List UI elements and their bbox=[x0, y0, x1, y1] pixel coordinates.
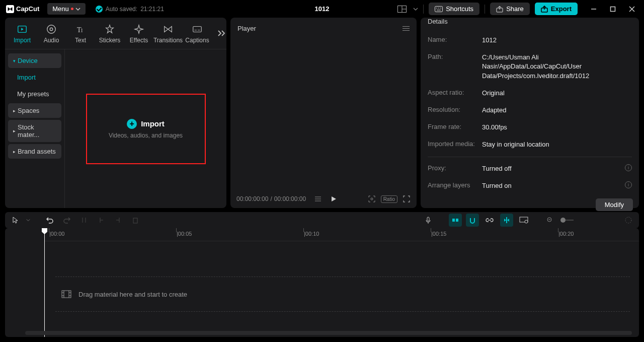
link-icon[interactable] bbox=[483, 214, 496, 227]
sidebar-item-presets[interactable]: My presets bbox=[8, 87, 61, 101]
export-button[interactable]: Export bbox=[535, 3, 578, 15]
import-icon bbox=[17, 24, 28, 35]
caret-down-icon: ▾ bbox=[13, 58, 16, 63]
details-panel: Details Name:1012 Path:C:/Users/Usman Al… bbox=[421, 18, 639, 208]
magnet-track-icon[interactable] bbox=[466, 214, 479, 227]
info-icon[interactable]: i bbox=[625, 181, 632, 188]
player-panel: Player 00:00:00:00 / 00:00:00:00 Ratio bbox=[230, 18, 417, 208]
timeline[interactable]: |00:00 |00:05 |00:10 |00:15 |00:20 Drag … bbox=[5, 228, 639, 337]
close-button[interactable] bbox=[626, 3, 638, 15]
chevron-down-icon bbox=[75, 7, 80, 12]
detail-res-label: Resolution: bbox=[428, 106, 482, 113]
magnet-main-icon[interactable] bbox=[449, 214, 462, 227]
timeline-drop-area[interactable]: Drag material here and start to create bbox=[55, 277, 630, 312]
detail-name-value: 1012 bbox=[482, 36, 632, 45]
media-tabs: Import Audio TI Text Stickers Effects Tr… bbox=[5, 18, 226, 46]
redo-icon bbox=[60, 214, 73, 227]
chevron-down-icon[interactable] bbox=[413, 7, 418, 12]
detail-res-value: Adapted bbox=[482, 106, 632, 115]
audio-icon bbox=[46, 24, 57, 35]
playhead[interactable] bbox=[44, 228, 45, 337]
timeline-scrollbar[interactable] bbox=[25, 331, 632, 335]
tabs-more-button[interactable] bbox=[212, 30, 231, 38]
svg-point-14 bbox=[50, 28, 53, 31]
titlebar: CapCut Menu Auto saved: 21:21:21 1012 Sh… bbox=[0, 0, 644, 18]
app-logo[interactable]: CapCut bbox=[6, 5, 39, 13]
fullscreen-icon[interactable] bbox=[403, 195, 411, 203]
share-button[interactable]: Share bbox=[490, 3, 530, 15]
sidebar-item-brand[interactable]: ▸Brand assets bbox=[8, 144, 61, 159]
detail-name-label: Name: bbox=[428, 36, 482, 43]
effects-icon bbox=[133, 24, 144, 35]
svg-rect-28 bbox=[452, 219, 455, 222]
tab-audio[interactable]: Audio bbox=[37, 22, 65, 46]
info-icon[interactable]: i bbox=[625, 164, 632, 171]
chevron-down-icon[interactable] bbox=[26, 218, 30, 222]
tab-effects[interactable]: Effects bbox=[125, 22, 153, 46]
export-label: Export bbox=[551, 5, 572, 13]
svg-text:I: I bbox=[81, 28, 83, 33]
share-icon bbox=[496, 6, 503, 13]
player-title: Player bbox=[237, 25, 256, 32]
sidebar-item-device[interactable]: ▾Device bbox=[8, 53, 61, 68]
tab-captions[interactable]: Captions bbox=[183, 22, 211, 46]
minimize-button[interactable] bbox=[588, 3, 600, 15]
film-icon bbox=[61, 290, 71, 298]
media-panel: Import Audio TI Text Stickers Effects Tr… bbox=[5, 18, 226, 208]
play-icon[interactable] bbox=[330, 195, 337, 202]
trim-right-icon bbox=[112, 214, 125, 227]
keyboard-icon bbox=[435, 6, 443, 12]
zoom-fit-icon[interactable] bbox=[622, 214, 635, 227]
layout-icon[interactable] bbox=[396, 3, 408, 15]
caret-right-icon: ▸ bbox=[13, 108, 16, 113]
undo-icon[interactable] bbox=[43, 214, 56, 227]
delete-icon bbox=[129, 214, 142, 227]
zoom-out-icon[interactable] bbox=[543, 214, 556, 227]
svg-point-35 bbox=[625, 217, 631, 223]
captions-icon bbox=[192, 24, 203, 35]
tab-import[interactable]: Import bbox=[8, 22, 36, 46]
double-chevron-right-icon bbox=[217, 30, 226, 37]
svg-rect-11 bbox=[611, 7, 615, 11]
detail-path-label: Path: bbox=[428, 53, 482, 60]
drop-hint: Drag material here and start to create bbox=[78, 291, 187, 298]
timeline-ruler[interactable]: |00:00 |00:05 |00:10 |00:15 |00:20 bbox=[44, 228, 639, 241]
tab-text[interactable]: TI Text bbox=[66, 22, 95, 46]
detail-aspect-value: Original bbox=[482, 89, 632, 98]
svg-rect-17 bbox=[193, 27, 202, 32]
menu-label: Menu bbox=[52, 5, 69, 13]
import-subtitle: Videos, audios, and images bbox=[109, 132, 183, 139]
sidebar-item-stock[interactable]: ▸Stock mater... bbox=[8, 120, 61, 142]
caret-right-icon: ▸ bbox=[13, 128, 16, 133]
check-icon bbox=[96, 6, 103, 13]
compare-icon[interactable] bbox=[314, 195, 322, 202]
share-label: Share bbox=[506, 5, 524, 13]
modify-button[interactable]: Modify bbox=[596, 198, 633, 211]
mic-icon[interactable] bbox=[422, 214, 435, 227]
detail-layers-value: Turned on bbox=[482, 181, 622, 190]
pointer-tool-icon[interactable] bbox=[9, 214, 22, 227]
snap-icon[interactable] bbox=[500, 214, 513, 227]
detail-proxy-label: Proxy: bbox=[428, 164, 482, 172]
sidebar-item-import[interactable]: Import bbox=[8, 70, 61, 85]
svg-rect-26 bbox=[133, 218, 137, 223]
shortcuts-label: Shortcuts bbox=[446, 5, 473, 13]
timeline-toolbar bbox=[5, 212, 639, 228]
shortcuts-button[interactable]: Shortcuts bbox=[429, 3, 479, 15]
import-drop-zone[interactable]: + Import Videos, audios, and images bbox=[86, 94, 206, 164]
focus-icon[interactable] bbox=[368, 195, 376, 203]
split-icon bbox=[77, 214, 91, 227]
preview-icon[interactable] bbox=[517, 214, 530, 227]
menu-notification-dot-icon bbox=[71, 8, 73, 10]
player-menu-icon[interactable] bbox=[403, 26, 410, 31]
zoom-slider[interactable] bbox=[560, 218, 574, 223]
project-title: 1012 bbox=[315, 5, 330, 13]
menu-button[interactable]: Menu bbox=[47, 3, 86, 15]
player-time-current: 00:00:00:00 bbox=[236, 195, 268, 202]
player-viewport[interactable] bbox=[230, 40, 417, 190]
ratio-button[interactable]: Ratio bbox=[381, 195, 397, 203]
tab-stickers[interactable]: Stickers bbox=[96, 22, 124, 46]
maximize-button[interactable] bbox=[607, 3, 619, 15]
sidebar-item-spaces[interactable]: ▸Spaces bbox=[8, 103, 61, 118]
tab-transitions[interactable]: Transitions bbox=[154, 22, 182, 46]
